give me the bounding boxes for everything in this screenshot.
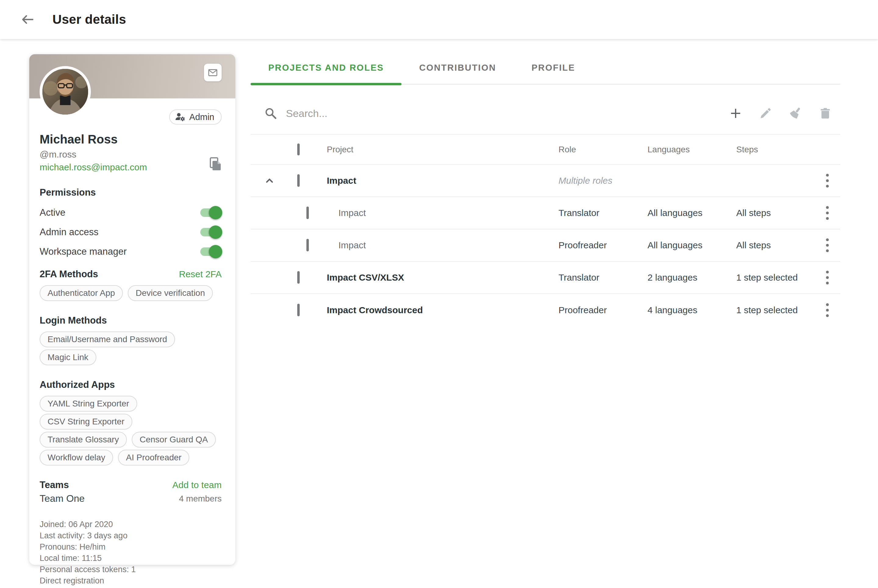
role-badge: Admin — [169, 110, 222, 124]
select-all-checkbox[interactable] — [297, 144, 300, 155]
project-role: Proofreader — [558, 240, 648, 250]
search-icon — [264, 106, 277, 120]
copy-email-button[interactable] — [209, 157, 223, 172]
permission-row-admin-access: Admin access — [40, 222, 222, 242]
row-checkbox[interactable] — [297, 174, 300, 187]
project-languages: 2 languages — [648, 272, 736, 283]
tab-projects-and-roles[interactable]: PROJECTS AND ROLES — [251, 52, 401, 84]
user-handle: @m.ross — [40, 149, 222, 160]
meta-local-time: Local time: 11:15 — [40, 553, 222, 564]
toggle-knob — [209, 225, 222, 239]
table-row[interactable]: Impact CSV/XLSX Translator 2 languages 1… — [251, 262, 840, 294]
authorized-app-chip: Censor Guard QA — [132, 432, 216, 447]
add-to-team-link[interactable]: Add to team — [172, 480, 222, 490]
meta-joined: Joined: 06 Apr 2020 — [40, 519, 222, 530]
authorized-app-chip: Translate Glossary — [40, 432, 127, 447]
workspace-manager-toggle[interactable] — [200, 248, 221, 256]
column-header-steps: Steps — [736, 145, 815, 154]
kebab-icon — [825, 238, 829, 253]
meta-access-tokens: Personal access tokens: 1 — [40, 564, 222, 575]
table-row-sub[interactable]: Impact Translator All languages All step… — [251, 197, 840, 230]
plus-icon — [729, 106, 742, 120]
authorized-app-chip: AI Proofreader — [118, 450, 189, 465]
authorized-app-chip: CSV String Exporter — [40, 414, 132, 430]
arrow-left-icon — [20, 12, 35, 27]
twofa-method-chip: Device verification — [128, 285, 213, 301]
team-name: Team One — [40, 493, 85, 504]
project-role: Translator — [558, 272, 648, 283]
permission-label: Workspace manager — [40, 246, 126, 257]
pencil-icon — [759, 106, 772, 120]
back-button[interactable] — [19, 11, 36, 28]
role-badge-label: Admin — [189, 112, 214, 122]
app-header: User details — [0, 0, 878, 39]
add-button[interactable] — [729, 106, 743, 120]
meta-registration: Direct registration — [40, 575, 222, 586]
login-method-chip: Magic Link — [40, 350, 96, 365]
row-checkbox[interactable] — [307, 239, 309, 251]
row-menu-button[interactable] — [821, 172, 834, 189]
kebab-icon — [825, 303, 829, 318]
project-role: Multiple roles — [558, 176, 648, 186]
twofa-method-chip: Authenticator App — [40, 285, 123, 301]
trash-icon — [819, 106, 832, 120]
row-menu-button[interactable] — [821, 237, 834, 254]
edit-button[interactable] — [759, 106, 773, 120]
project-languages: 4 languages — [648, 305, 736, 315]
login-method-chip: Email/Username and Password — [40, 332, 175, 347]
permissions-title: Permissions — [40, 187, 96, 198]
collapse-group-button[interactable] — [263, 174, 276, 188]
team-members-count: 4 members — [179, 494, 222, 504]
row-checkbox[interactable] — [307, 207, 309, 219]
user-card: Admin Michael Ross @m.ross michael.ross@… — [29, 54, 235, 565]
clean-button[interactable] — [788, 106, 802, 120]
permission-label: Admin access — [40, 226, 98, 238]
project-steps: 1 step selected — [736, 305, 815, 315]
envelope-icon — [207, 67, 219, 78]
reset-2fa-link[interactable]: Reset 2FA — [179, 269, 222, 279]
row-menu-button[interactable] — [821, 269, 834, 286]
team-row[interactable]: Team One 4 members — [40, 493, 222, 504]
user-email-link[interactable]: michael.ross@impact.com — [40, 162, 222, 172]
table-row[interactable]: Impact Crowdsourced Proofreader 4 langua… — [251, 294, 840, 326]
table-row-group[interactable]: Impact Multiple roles — [251, 165, 840, 197]
admin-access-toggle[interactable] — [200, 228, 221, 236]
project-name: Impact — [327, 176, 558, 186]
meta-pronouns: Pronouns: He/him — [40, 542, 222, 553]
kebab-icon — [825, 270, 829, 285]
column-header-languages: Languages — [648, 145, 736, 154]
row-menu-button[interactable] — [821, 204, 834, 222]
tab-profile[interactable]: PROFILE — [514, 52, 593, 84]
column-header-role: Role — [558, 145, 648, 154]
authorized-app-chip: Workflow delay — [40, 450, 113, 465]
chevron-up-icon — [264, 175, 275, 186]
project-name: Impact Crowdsourced — [327, 305, 558, 315]
send-email-button[interactable] — [204, 64, 222, 81]
project-name: Impact — [327, 208, 558, 218]
column-header-project: Project — [327, 145, 558, 154]
broom-icon — [788, 106, 802, 120]
table-header-row: Project Role Languages Steps — [251, 135, 840, 165]
row-checkbox[interactable] — [297, 304, 300, 316]
teams-title: Teams — [40, 480, 69, 490]
project-languages: All languages — [648, 208, 736, 218]
avatar — [40, 66, 91, 117]
manage-accounts-icon — [175, 111, 186, 123]
active-toggle[interactable] — [200, 208, 221, 217]
project-name: Impact — [327, 240, 558, 250]
tab-contribution[interactable]: CONTRIBUTION — [401, 52, 514, 84]
row-checkbox[interactable] — [297, 271, 300, 284]
login-methods-title: Login Methods — [40, 315, 107, 326]
authorized-app-chip: YAML String Exporter — [40, 396, 137, 412]
delete-button[interactable] — [818, 106, 832, 120]
project-steps: 1 step selected — [736, 272, 815, 283]
project-name: Impact CSV/XLSX — [327, 272, 558, 283]
search-input[interactable] — [285, 107, 713, 120]
row-menu-button[interactable] — [821, 302, 834, 319]
toggle-knob — [209, 206, 222, 219]
permission-row-workspace-manager: Workspace manager — [40, 242, 222, 261]
permission-label: Active — [40, 207, 65, 218]
kebab-icon — [825, 206, 829, 220]
table-row-sub[interactable]: Impact Proofreader All languages All ste… — [251, 230, 840, 262]
tab-bar: PROJECTS AND ROLES CONTRIBUTION PROFILE — [251, 52, 840, 85]
